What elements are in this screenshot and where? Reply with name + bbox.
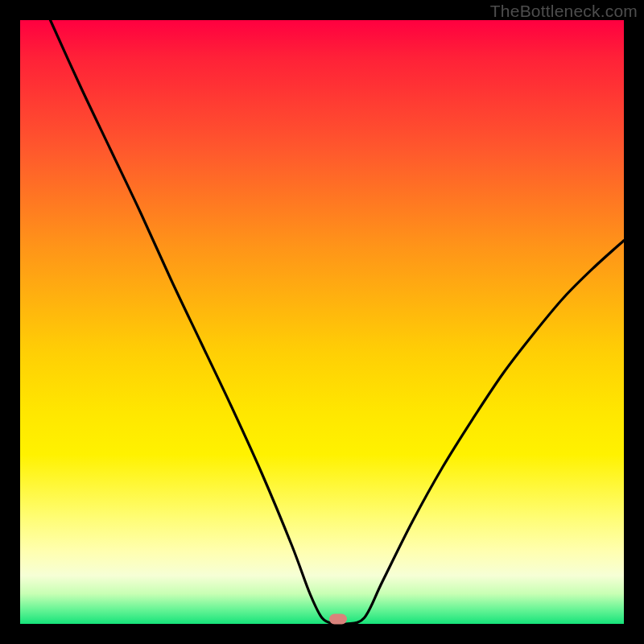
optimum-marker (329, 614, 347, 625)
chart-frame: TheBottleneck.com (0, 0, 644, 644)
watermark-text: TheBottleneck.com (490, 2, 638, 21)
chart-plot-area (20, 20, 624, 624)
bottleneck-curve (20, 20, 624, 624)
